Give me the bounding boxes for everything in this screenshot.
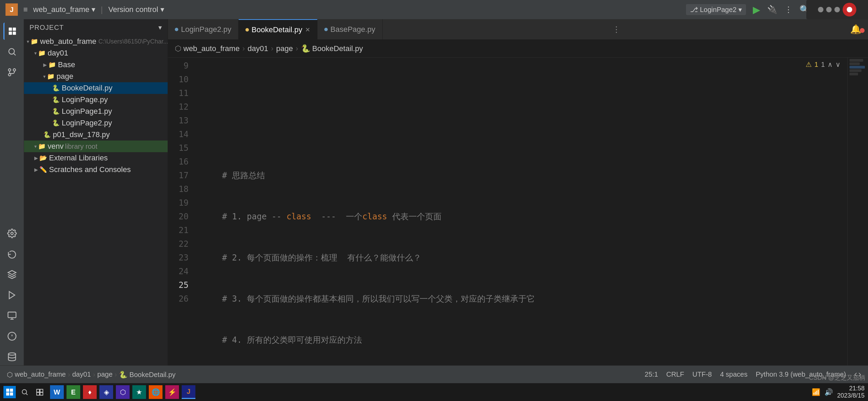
- status-bar: ⬡ web_auto_frame › day01 › page › 🐍 Book…: [0, 365, 868, 383]
- menu-icon[interactable]: ≡: [23, 5, 28, 14]
- tab-close-button[interactable]: ✕: [305, 26, 310, 34]
- tray-icon[interactable]: 📶: [812, 388, 820, 396]
- taskbar-pycharm[interactable]: J: [182, 385, 195, 399]
- scroll-down-icon[interactable]: ∨: [835, 60, 841, 69]
- tree-item-scratches[interactable]: ▶ ✏️ Scratches and Consoles: [24, 164, 168, 175]
- taskbar-excel[interactable]: E: [67, 385, 80, 399]
- chevron-down-icon: ▾: [34, 144, 37, 149]
- activity-undo-icon[interactable]: [3, 245, 21, 263]
- vc-label: Version control: [108, 5, 158, 14]
- tree-label: BookeDetail.py: [62, 84, 112, 93]
- tree-label: LoginPage1.py: [62, 107, 112, 116]
- status-line-ending[interactable]: CRLF: [666, 370, 684, 378]
- activity-settings-icon[interactable]: [3, 225, 21, 242]
- tab-label: BookeDetail.py: [252, 25, 302, 34]
- activity-run-icon[interactable]: [3, 287, 21, 304]
- tab-login-page2[interactable]: LoginPage2.py: [168, 19, 239, 40]
- tab-booke-detail[interactable]: BookeDetail.py ✕: [239, 19, 317, 40]
- breadcrumb-project[interactable]: ⬡ web_auto_frame: [175, 44, 240, 53]
- editor-area: LoginPage2.py BookeDetail.py ✕ BasePage.…: [168, 19, 868, 365]
- tree-item-base[interactable]: ▶ 📁 Base: [24, 59, 168, 71]
- project-arrow: ▾: [92, 5, 95, 14]
- tree-item-web-auto-frame[interactable]: ▾ 📁 web_auto_frame C:\Users\86150\PyChar…: [24, 36, 168, 47]
- record-overlay: [806, 0, 868, 19]
- tree-label: venv: [48, 142, 63, 151]
- breadcrumb-day01[interactable]: day01: [248, 44, 268, 53]
- taskview-button[interactable]: [34, 386, 46, 398]
- activity-project-icon[interactable]: [3, 23, 21, 40]
- activity-layers-icon[interactable]: [3, 266, 21, 283]
- taskbar-app6[interactable]: ⚡: [165, 385, 179, 399]
- tree-item-login-page2[interactable]: 🐍 LoginPage2.py: [24, 117, 168, 129]
- branch-selector[interactable]: ⎇ LoginPage2 ▾: [686, 4, 746, 15]
- tree-item-venv[interactable]: ▾ 📁 venv library root: [24, 141, 168, 152]
- project-label: web_auto_frame: [33, 5, 89, 14]
- svg-rect-22: [10, 392, 13, 396]
- version-control-selector[interactable]: Version control ▾: [108, 5, 164, 14]
- status-file-path[interactable]: ⬡ web_auto_frame › day01 › page › 🐍 Book…: [7, 370, 176, 379]
- folder-icon: 📂: [39, 154, 47, 162]
- code-editor[interactable]: 9 10 11 12 13 14 15 16 17 18 19 20 21 22…: [168, 58, 868, 365]
- taskbar-app4[interactable]: ★: [132, 385, 146, 399]
- tree-item-p01[interactable]: 🐍 p01_dsw_178.py: [24, 129, 168, 141]
- notification-icon[interactable]: 🔔: [850, 24, 861, 34]
- tree-item-day01[interactable]: ▾ 📁 day01: [24, 47, 168, 59]
- activity-terminal-icon[interactable]: [3, 307, 21, 324]
- chevron-down-icon: ▾: [43, 74, 46, 79]
- activity-search-icon[interactable]: [3, 43, 21, 60]
- status-encoding[interactable]: UTF-8: [692, 370, 712, 378]
- status-cursor[interactable]: 25:1: [645, 370, 658, 378]
- svg-rect-0: [9, 28, 12, 31]
- warning-indicator: ⚠ 1 1 ∧ ∨: [806, 60, 841, 69]
- breadcrumb-page[interactable]: page: [276, 44, 293, 53]
- tree-item-booke-detail[interactable]: 🐍 BookeDetail.py: [24, 82, 168, 94]
- vc-arrow: ▾: [160, 5, 164, 14]
- branch-icon: ⎇: [690, 5, 698, 14]
- tree-item-login-page1[interactable]: 🐍 LoginPage1.py: [24, 106, 168, 117]
- code-line: # 思路总结: [202, 169, 847, 182]
- taskbar-app2[interactable]: ◈: [99, 385, 113, 399]
- taskbar-app1[interactable]: ♦: [83, 385, 97, 399]
- minimap: [847, 58, 868, 365]
- tab-base-page[interactable]: BasePage.py: [317, 19, 383, 40]
- folder-icon: ⬡: [175, 44, 181, 53]
- svg-rect-13: [8, 312, 16, 318]
- more-options-icon[interactable]: ⋮: [784, 5, 793, 14]
- svg-point-8: [13, 69, 15, 71]
- python-file-icon: 🐍: [52, 96, 60, 104]
- tree-item-login-page[interactable]: 🐍 LoginPage.py: [24, 94, 168, 106]
- tray-volume[interactable]: 🔊: [824, 388, 833, 396]
- activity-git-icon[interactable]: [3, 64, 21, 81]
- taskbar-word[interactable]: W: [50, 385, 64, 399]
- tree-item-page[interactable]: ▾ 📁 page: [24, 71, 168, 82]
- tree-label: External Libraries: [49, 154, 108, 162]
- taskbar-app5[interactable]: 🌐: [149, 385, 162, 399]
- scratches-icon: ✏️: [39, 166, 47, 173]
- start-button[interactable]: [3, 386, 16, 398]
- activity-info-icon[interactable]: [3, 328, 21, 345]
- taskbar-app3[interactable]: ⬡: [116, 385, 130, 399]
- search-taskbar[interactable]: [19, 386, 31, 398]
- activity-database-icon[interactable]: [3, 348, 21, 365]
- code-content[interactable]: # 思路总结 # 1. page -- class --- 一个class 代表…: [195, 58, 847, 365]
- breadcrumb: ⬡ web_auto_frame › day01 › page › 🐍 Book…: [168, 40, 868, 58]
- run-button[interactable]: ▶: [753, 4, 760, 15]
- status-path2: page: [97, 370, 113, 378]
- breadcrumb-file[interactable]: 🐍 BookeDetail.py: [301, 44, 363, 53]
- status-project: web_auto_frame: [15, 370, 66, 378]
- python-file-icon: 🐍: [43, 131, 51, 138]
- status-indent[interactable]: 4 spaces: [720, 370, 747, 378]
- project-selector[interactable]: web_auto_frame ▾: [33, 5, 95, 14]
- tree-item-external-libs[interactable]: ▶ 📂 External Libraries: [24, 152, 168, 164]
- python-file-icon: 🐍: [52, 108, 60, 115]
- tree-label: page: [57, 72, 73, 81]
- svg-point-18: [8, 353, 15, 355]
- plugin-icon[interactable]: 🔌: [767, 5, 777, 14]
- notification-badge: [860, 28, 865, 33]
- svg-rect-20: [10, 389, 13, 392]
- tab-more-button[interactable]: ⋮: [607, 25, 626, 34]
- svg-line-5: [14, 53, 15, 55]
- record-button[interactable]: [843, 3, 856, 16]
- tree-label: day01: [48, 49, 68, 58]
- scroll-up-icon[interactable]: ∧: [828, 60, 833, 69]
